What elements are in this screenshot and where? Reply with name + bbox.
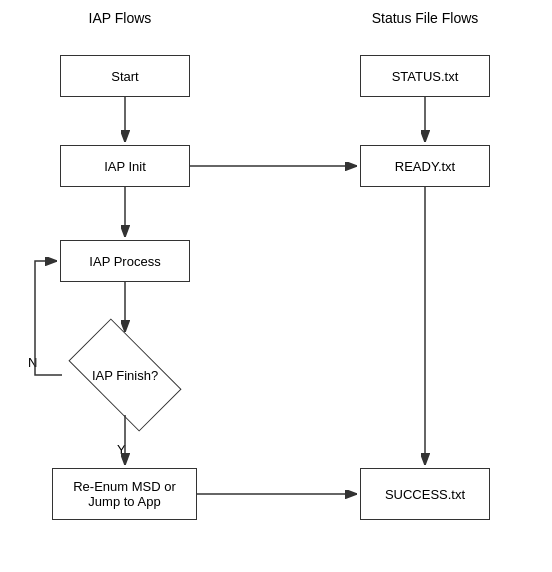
success-txt-box: SUCCESS.txt bbox=[360, 468, 490, 520]
y-label: Y bbox=[117, 442, 126, 457]
ready-txt-box: READY.txt bbox=[360, 145, 490, 187]
start-box: Start bbox=[60, 55, 190, 97]
re-enum-box: Re-Enum MSD or Jump to App bbox=[52, 468, 197, 520]
n-label: N bbox=[28, 355, 37, 370]
iap-finish-diamond: IAP Finish? bbox=[60, 335, 190, 415]
status-flows-header: Status File Flows bbox=[330, 10, 520, 26]
iap-flows-header: IAP Flows bbox=[40, 10, 200, 26]
iap-process-box: IAP Process bbox=[60, 240, 190, 282]
iap-init-box: IAP Init bbox=[60, 145, 190, 187]
status-txt-box: STATUS.txt bbox=[360, 55, 490, 97]
diagram-container: IAP Flows Status File Flows Start IAP In… bbox=[0, 0, 552, 572]
